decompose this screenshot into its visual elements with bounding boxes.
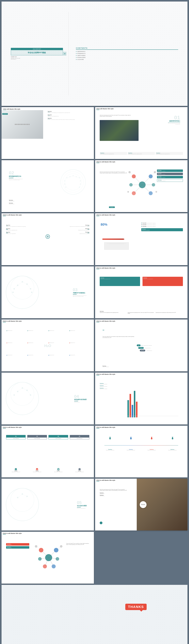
pin-4 xyxy=(172,437,173,439)
svg-point-76 xyxy=(39,548,44,552)
slide-cover: 2018 REPORT 毕业论文答辩PPT模板 Subtitle here Sp… xyxy=(2,2,187,106)
bar-3 xyxy=(132,405,133,417)
bottom-text-row: Textshere Numbers supporting text here s… xyxy=(100,152,183,155)
s8-div xyxy=(73,294,77,295)
keyboard-photo xyxy=(2,110,43,138)
brain-left-16 xyxy=(2,481,48,528)
svg-point-80 xyxy=(43,564,47,568)
svg-point-61 xyxy=(11,488,34,512)
cover-main-title: 毕业论文答辩PPT模板 xyxy=(12,52,62,54)
s4-cn: 研究思路和研究方法 xyxy=(9,176,24,178)
page-container: 2018 REPORT 毕业论文答辩PPT模板 Subtitle here Sp… xyxy=(0,0,189,644)
s16-section: 05 论文总结与展望 Inline forms many learning mo… xyxy=(77,500,87,509)
slide-16: 05 论文总结与展望 Inline forms many learning mo… xyxy=(2,479,94,530)
svg-point-81 xyxy=(52,564,56,568)
content-item-2: ◆研究思路和研究方法 xyxy=(76,53,178,54)
svg-point-38 xyxy=(11,276,34,299)
kw-boxes-right: Theme color makes PPT more convenient to… xyxy=(66,543,89,545)
svg-point-64 xyxy=(26,496,28,497)
slide-7-content: Click to edit Master title style 80% xyxy=(95,213,187,265)
ir-4: ✦ Text here Supporting text here support… xyxy=(70,468,89,472)
slide-grid: 2018 REPORT 毕业论文答辩PPT模板 Subtitle here Sp… xyxy=(2,2,187,644)
slide-11-title: Click to edit Master title style xyxy=(96,320,115,322)
flow-oval-2: Text here xyxy=(138,347,144,349)
svg-point-11 xyxy=(64,180,65,181)
s16-num: 05 xyxy=(77,500,87,505)
keyboard-keys xyxy=(14,122,31,126)
bar-4 xyxy=(134,391,135,417)
flow-row-2: Text here Supporting text here xyxy=(138,347,183,349)
svg-point-27 xyxy=(132,174,136,178)
s12-cn: 研究成果与应用前景 xyxy=(74,398,87,400)
title-ul-14 xyxy=(3,428,6,428)
svg-point-37 xyxy=(6,276,39,309)
slide-3-title-area: Click edit Master title style xyxy=(96,108,114,110)
content-item-3: ◆关键技术与实践难点 xyxy=(76,55,178,56)
bottom-item-1: Textshere Numbers supporting text here s… xyxy=(100,152,127,155)
content-item-5: ◆论文总结与展望 xyxy=(76,59,178,60)
svg-line-15 xyxy=(70,176,73,177)
s13-l2: Textshere Supporting text here supportin… xyxy=(100,385,126,387)
section-num: 01 xyxy=(168,115,180,120)
section-number-area: 01 选题背景和研究意义 Inline forms many learning … xyxy=(168,115,180,124)
pencil-tip xyxy=(124,238,124,240)
slide-09: Click to edit Master title style Text he… xyxy=(95,266,187,318)
slide-13: Click to edit Master title style Textshe… xyxy=(95,372,187,424)
molecule-area xyxy=(31,540,66,576)
title-ul-9 xyxy=(96,269,99,269)
keyword-items: Key words Supporting text here supportin… xyxy=(141,222,183,231)
city-img-bg xyxy=(100,120,138,141)
svg-point-50 xyxy=(6,382,39,415)
bottom-item-b: Supporting text here supporting text her… xyxy=(128,312,155,314)
bar-1 xyxy=(127,400,129,417)
svg-point-0 xyxy=(61,170,86,194)
ir-1: Text here Supporting text here supportin… xyxy=(6,468,26,472)
pin-3 xyxy=(151,437,152,439)
slide-6-title: Click to edit Master title style xyxy=(3,214,22,216)
svg-point-10 xyxy=(79,187,80,188)
rc-item-2: Text here Supporting text here supportin… xyxy=(51,228,89,230)
s17-left: Inline forms many learning more from The… xyxy=(100,489,127,496)
ir-3: Text here Supporting text here supportin… xyxy=(49,468,68,472)
slide-05: Click to edit Master title style Inline … xyxy=(95,160,187,212)
box-teal-2: Text here Supporting text here supportin… xyxy=(157,176,183,178)
kw-item-1: Key words Supporting text here supportin… xyxy=(141,222,183,224)
text-here-box: Text here Key words Key words Key words … xyxy=(141,228,183,231)
slide-02: Click edit Master title style xyxy=(2,107,94,159)
quote-text: Theme color makes PPT more convenient to… xyxy=(102,336,135,338)
cover-website: www.islide.cc xyxy=(11,59,63,60)
svg-point-28 xyxy=(149,174,153,178)
slide-15-title-area: Click to edit Master title style xyxy=(96,426,115,428)
svg-point-78 xyxy=(38,557,42,561)
svg-point-83 xyxy=(60,545,62,548)
brain-left-12 xyxy=(2,375,48,422)
section-divider xyxy=(168,122,180,122)
box-outline-1: Text here Supporting text here supportin… xyxy=(157,179,183,182)
mini-divider xyxy=(48,112,50,112)
ir-2: Text here Supporting text here supportin… xyxy=(27,468,47,472)
nb-1: 01 Text here supporting xyxy=(6,435,26,439)
center-graphic xyxy=(46,234,50,239)
mini-divider-3 xyxy=(48,119,50,119)
title-ul-11 xyxy=(96,322,99,322)
box-coral-big: Text here Supporting text here supportin… xyxy=(142,277,183,286)
s13-l3: Textshere Supporting text here supportin… xyxy=(100,388,126,389)
kw-item-3: Key words Supporting text here supportin… xyxy=(141,226,183,227)
slide-5-title: Click to edit Master title style xyxy=(96,161,115,163)
text-label-1: Text here xyxy=(48,111,89,112)
center-circle xyxy=(46,234,50,239)
slide-14: Click to edit Master title style 01 Text… xyxy=(2,426,94,478)
slide-2-title: Click edit Master title style xyxy=(3,108,20,110)
svg-point-33 xyxy=(128,171,131,174)
box-teal-big: Text here Supporting text here supportin… xyxy=(100,277,140,286)
title-ul-6 xyxy=(3,216,6,216)
slide-5-title-area: Click to edit Master title style xyxy=(96,161,115,163)
svg-line-48 xyxy=(27,284,31,289)
g-r2c4: Supporting text here xyxy=(69,342,89,354)
s16-desc: Inline forms many learning more xyxy=(77,508,87,509)
cover-divider xyxy=(68,12,69,96)
slide-14-title: Click to edit Master title style xyxy=(3,426,22,428)
svg-line-58 xyxy=(22,388,27,390)
thanks-content: THANKS Thanks. And Your Slogan Here. Spe… xyxy=(2,585,187,644)
svg-line-17 xyxy=(76,177,79,178)
